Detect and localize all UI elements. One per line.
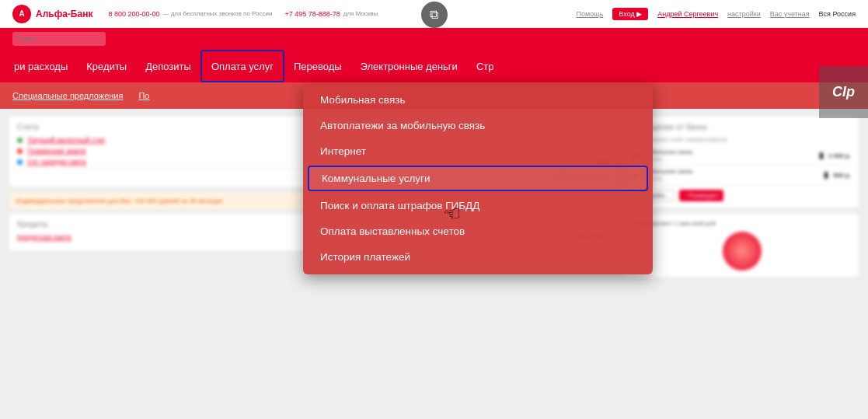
sub-nav-special[interactable]: Специальные предложения (12, 91, 123, 100)
phone-icon-1: 📱 (817, 152, 825, 159)
logo-icon: А (12, 5, 31, 23)
payment-item-1: Мобильная связь 25 мая 📱 1 000 р. (633, 146, 851, 166)
payment-sub-2: 22 мая (643, 175, 819, 182)
phone-moscow-desc: для Москвы (343, 10, 378, 17)
account-dot-1 (17, 138, 23, 143)
help-link[interactable]: Помощь (577, 10, 604, 18)
renew-button[interactable]: ↑ Размеруст (679, 190, 723, 201)
region-text: Вся Россия (819, 10, 856, 18)
account-dot-3 (17, 159, 23, 165)
screen-share-icon: ⧉ (430, 8, 438, 22)
nav-item-credits[interactable]: Кредиты (77, 50, 136, 82)
dd-item-communal[interactable]: Коммунальные услуги (308, 166, 648, 191)
user-name[interactable]: Андрей Сергеевич (657, 10, 718, 18)
account-link[interactable]: Вас учетная (770, 10, 810, 18)
settings-link[interactable]: настройки (727, 10, 761, 18)
dd-item-internet[interactable]: Интернет (303, 138, 653, 164)
nav-item-str[interactable]: Стр (467, 50, 504, 82)
phone-free-desc: — для бесплатных звонков по России (162, 10, 272, 17)
nav-item-payments[interactable]: Оплата услуг (200, 50, 284, 82)
nav-item-transfers[interactable]: Переводы (284, 50, 351, 82)
messages-title: сообщение от банка (633, 123, 851, 131)
phone-moscow: +7 495 78-888-78 (284, 10, 340, 18)
promo-text-right: Поздравляет! 1 мая мой рой (633, 220, 851, 227)
cip-badge: CIp (819, 66, 868, 118)
screen-share-button[interactable]: ⧉ (421, 2, 448, 28)
logo[interactable]: А Альфа-Банк (12, 5, 92, 23)
phone-icon-2: 📱 (822, 172, 830, 179)
dd-item-invoices[interactable]: Оплата выставленных счетов (303, 218, 653, 244)
payment-name-1: Мобильная связь (643, 148, 814, 155)
dropdown-menu: Мобильная связь Автоплатежи за мобильную… (303, 82, 653, 274)
nav-item-expenses[interactable]: ри расходы (5, 50, 77, 82)
promo-image (723, 232, 762, 271)
nav-item-emoney[interactable]: Электронные деньги (351, 50, 467, 82)
action-buttons: Подробн... ↑ Размеруст (633, 190, 851, 201)
payment-sub-1: 25 мая (643, 155, 814, 162)
nav-item-deposits[interactable]: Депозиты (136, 50, 200, 82)
dd-item-fines[interactable]: Поиск и оплата штрафов ГИБДД (303, 193, 653, 218)
promo-section: Поздравляет! 1 мая мой рой (626, 214, 859, 277)
page-wrapper: ⧉ А Альфа-Банк 8 800 200-00-00 — для бес… (0, 0, 868, 419)
phone-free: 8 800 200-00-00 (108, 10, 159, 18)
main-nav: ри расходы Кредиты Депозиты Оплата услуг… (0, 50, 868, 82)
cip-label: CIp (832, 84, 855, 100)
login-button[interactable]: Вход ▶ (612, 8, 648, 20)
message-desc: Подготовьте себе наименование (633, 136, 851, 143)
search-row (0, 28, 868, 50)
payment-name-2: Мобильная связь (643, 168, 819, 175)
payment-item-2: Мобильная связь 22 мая 📱 500 р. (633, 166, 851, 185)
header-right: Помощь Вход ▶ Андрей Сергеевич настройки… (577, 8, 856, 20)
dd-item-history[interactable]: История платежей (303, 244, 653, 270)
account-dot-2 (17, 148, 23, 154)
payment-amount-2: 500 р. (833, 172, 851, 179)
messages-section: сообщение от банка Подготовьте себе наим… (626, 117, 859, 208)
sub-nav-po[interactable]: По (138, 91, 149, 100)
payment-amount-1: 1 000 р. (828, 152, 851, 159)
search-input[interactable] (12, 32, 106, 46)
bank-name: Альфа-Банк (36, 9, 92, 19)
dd-item-autopay[interactable]: Автоплатежи за мобильную связь (303, 113, 653, 138)
right-panel: сообщение от банка Подготовьте себе наим… (626, 117, 859, 411)
dd-item-mobile[interactable]: Мобильная связь (303, 87, 653, 113)
